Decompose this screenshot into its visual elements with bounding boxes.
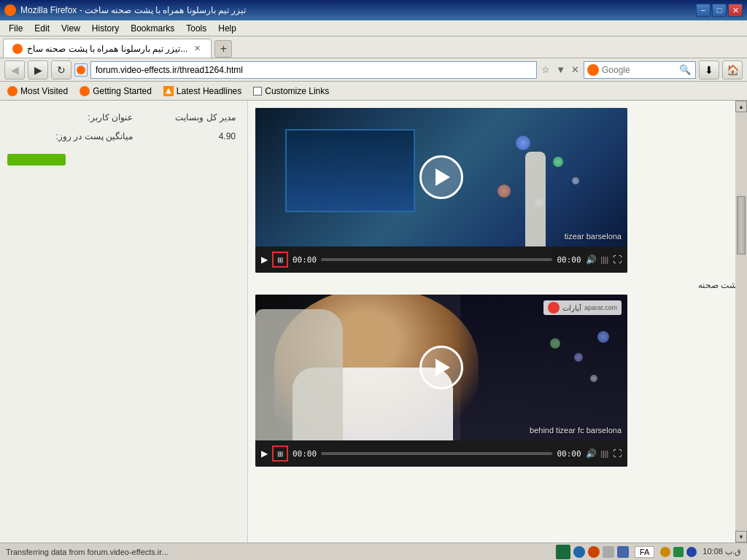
grid-ctrl-button-1[interactable]: ⊞	[272, 252, 288, 268]
ie-icon[interactable]	[573, 546, 585, 558]
tab-label: تیزر تیم بارسلونا همراه با پشت صحنه ساخ.…	[27, 44, 187, 54]
menu-help[interactable]: Help	[212, 22, 242, 35]
window-controls: − □ ✕	[696, 4, 743, 17]
time-display: 10:08 ق.ب	[703, 547, 741, 556]
star-dropdown-button[interactable]: ▼	[554, 64, 567, 75]
tab-bar: تیزر تیم بارسلونا همراه با پشت صحنه ساخ.…	[0, 36, 747, 58]
window-title: تیزر تیم بارسلونا همراه با پشت صحنه ساخت…	[20, 5, 246, 15]
quality-button-2[interactable]: ||||	[601, 450, 608, 458]
taskbar-icons	[556, 545, 629, 559]
url-input[interactable]	[90, 61, 537, 79]
section-label: پشت صحنه	[255, 280, 740, 290]
firefox-icon	[4, 4, 16, 16]
reload-button[interactable]: ↻	[51, 61, 71, 79]
play-ctrl-button-2[interactable]: ▶	[261, 448, 268, 459]
bookmark-star-button[interactable]: ☆	[540, 64, 551, 75]
search-engine-icon	[587, 64, 599, 76]
person-silhouette	[525, 152, 546, 246]
menu-edit[interactable]: Edit	[28, 22, 55, 35]
fullscreen-button-2[interactable]: ⛶	[613, 448, 622, 459]
video-section-1: tizear barselona ▶ ⊞ 00:00 00:00 🔊	[255, 108, 740, 273]
scrollbar-up-arrow[interactable]: ▲	[735, 101, 747, 112]
back-button[interactable]: ◀	[4, 61, 25, 79]
scrollbar: ▲ ▼	[735, 101, 747, 542]
other-icon-2[interactable]	[617, 546, 629, 558]
menu-history[interactable]: History	[86, 22, 125, 35]
time-current-1: 00:00	[293, 255, 317, 265]
close-button[interactable]: ✕	[728, 4, 743, 17]
quality-button-1[interactable]: ||||	[601, 256, 608, 264]
progress-bar-1[interactable]	[321, 258, 552, 261]
search-input[interactable]	[602, 65, 675, 75]
search-button[interactable]: 🔍	[678, 64, 692, 75]
menu-view[interactable]: View	[55, 22, 86, 35]
customize-links-label: Customize Links	[265, 86, 329, 96]
bookmark-customize-links[interactable]: Customize Links	[250, 85, 332, 98]
scrollbar-track[interactable]	[736, 112, 746, 531]
tray-icon-3	[686, 547, 697, 557]
video-controls-1: ▶ ⊞ 00:00 00:00 🔊 |||| ⛶	[255, 246, 627, 273]
system-tray	[660, 547, 697, 557]
dot-2	[574, 353, 583, 362]
latest-headlines-label: Latest Headlines	[177, 86, 241, 96]
video-player-2: behind tizear fc barselona آپارات aparat…	[255, 295, 627, 467]
sphere-2	[553, 157, 563, 167]
status-right: FA 10:08 ق.ب	[556, 545, 741, 559]
maximize-button[interactable]: □	[712, 4, 727, 17]
bookmark-getting-started[interactable]: Getting Started	[77, 85, 155, 98]
scrollbar-down-arrow[interactable]: ▼	[735, 531, 747, 542]
start-button[interactable]	[556, 545, 570, 559]
avg-posts-value: 4.90	[137, 128, 239, 146]
time-total-1: 00:00	[557, 255, 581, 265]
status-bar: Transferring data from forum.video-effec…	[0, 542, 747, 560]
fullscreen-button-1[interactable]: ⛶	[613, 254, 622, 265]
volume-button-1[interactable]: 🔊	[586, 254, 597, 265]
bg-screen	[285, 129, 416, 212]
tray-icon-2	[673, 547, 684, 557]
video-thumbnail-2: behind tizear fc barselona آپارات aparat…	[255, 295, 627, 440]
other-icon[interactable]	[603, 546, 614, 558]
close-url-button[interactable]: ✕	[570, 64, 581, 75]
grid-ctrl-button-2[interactable]: ⊞	[272, 446, 288, 462]
main-content: tizear barselona ▶ ⊞ 00:00 00:00 🔊	[248, 101, 747, 542]
aparat-url: aparat.com	[584, 304, 617, 311]
bg-panel-2	[460, 295, 628, 440]
language-badge: FA	[635, 546, 654, 558]
play-ctrl-button-1[interactable]: ▶	[261, 254, 268, 265]
menu-bookmarks[interactable]: Bookmarks	[125, 22, 180, 35]
aparat-logo: آپارات aparat.com	[543, 300, 622, 315]
action-button[interactable]	[7, 154, 66, 166]
play-button-1[interactable]	[419, 155, 463, 199]
title-bar: تیزر تیم بارسلونا همراه با پشت صحنه ساخت…	[0, 0, 747, 20]
download-button[interactable]: ⬇	[699, 61, 719, 79]
bookmark-latest-headlines[interactable]: Latest Headlines	[160, 85, 244, 98]
navigation-bar: ◀ ▶ ↻ ☆ ▼ ✕ 🔍 ⬇ 🏠	[0, 58, 747, 82]
video-watermark-2: behind tizear fc barselona	[530, 426, 622, 435]
getting-started-label: Getting Started	[93, 86, 152, 96]
sphere-5	[572, 177, 579, 184]
user-role-value: مدیر کل وبسایت	[137, 109, 239, 127]
progress-bar-2[interactable]	[321, 452, 552, 455]
play-button-2[interactable]	[419, 346, 463, 389]
left-sidebar: مدیر کل وبسایت عنوان کاربر: 4.90 میانگین…	[0, 101, 248, 542]
browser-tab[interactable]: تیزر تیم بارسلونا همراه با پشت صحنه ساخ.…	[3, 39, 212, 58]
home-button[interactable]: 🏠	[722, 61, 743, 79]
bookmarks-bar: Most Visited Getting Started Latest Head…	[0, 82, 747, 101]
scrollbar-thumb[interactable]	[737, 196, 746, 254]
search-box: 🔍	[584, 61, 696, 79]
firefox-taskbar-icon[interactable]	[588, 546, 600, 558]
customize-checkbox	[253, 87, 262, 96]
menu-file[interactable]: File	[3, 22, 28, 35]
forward-button[interactable]: ▶	[28, 61, 48, 79]
menu-tools[interactable]: Tools	[180, 22, 212, 35]
play-icon-2	[436, 359, 450, 376]
avg-posts-label: میانگین پست در روز:	[9, 128, 136, 146]
bookmark-most-visited[interactable]: Most Visited	[4, 85, 71, 98]
video-controls-2: ▶ ⊞ 00:00 00:00 🔊 |||| ⛶	[255, 440, 627, 467]
menu-bar: File Edit View History Bookmarks Tools H…	[0, 20, 747, 36]
new-tab-button[interactable]: +	[214, 40, 232, 58]
tab-close-button[interactable]: ✕	[192, 44, 202, 54]
volume-button-2[interactable]: 🔊	[586, 448, 597, 459]
minimize-button[interactable]: −	[696, 4, 711, 17]
user-label: عنوان کاربر:	[9, 109, 136, 127]
